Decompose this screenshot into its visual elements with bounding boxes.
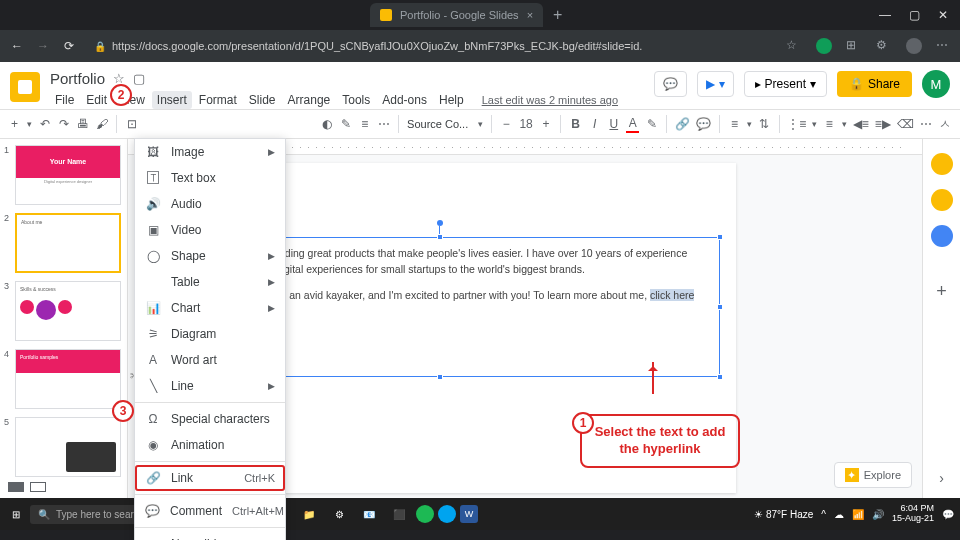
undo-button[interactable]: ↶ xyxy=(38,115,51,133)
menu-item-special-chars[interactable]: ΩSpecial characters xyxy=(135,406,285,432)
tray-cloud-icon[interactable]: ☁ xyxy=(834,509,844,520)
extension-icon-3[interactable]: ⚙ xyxy=(876,38,892,54)
slideshow-dropdown[interactable]: ▶ ▾ xyxy=(697,71,733,97)
calendar-icon[interactable] xyxy=(931,153,953,175)
clear-format-button[interactable]: ⌫ xyxy=(897,115,914,133)
menu-tools[interactable]: Tools xyxy=(337,91,375,109)
number-list-button[interactable]: ≡ xyxy=(823,115,836,133)
tray-chevron-icon[interactable]: ^ xyxy=(821,509,826,520)
menu-item-video[interactable]: ▣Video xyxy=(135,217,285,243)
menu-item-comment[interactable]: 💬CommentCtrl+Alt+M xyxy=(135,498,285,524)
taskbar-app-settings[interactable]: ⚙ xyxy=(326,501,352,527)
resize-handle[interactable] xyxy=(717,304,723,310)
new-tab-button[interactable]: + xyxy=(553,6,562,24)
menu-item-chart[interactable]: 📊Chart▶ xyxy=(135,295,285,321)
menu-item-diagram[interactable]: ⚞Diagram xyxy=(135,321,285,347)
font-select[interactable] xyxy=(407,118,472,130)
menu-item-shape[interactable]: ◯Shape▶ xyxy=(135,243,285,269)
bullet-list-button[interactable]: ⋮≡ xyxy=(788,115,806,133)
selected-text[interactable]: click here xyxy=(650,289,694,301)
slide-thumb-3[interactable]: Skills & success xyxy=(15,281,121,341)
indent-dec-button[interactable]: ◀≡ xyxy=(853,115,869,133)
explore-button[interactable]: ✦Explore xyxy=(834,462,912,488)
tray-wifi-icon[interactable]: 📶 xyxy=(852,509,864,520)
menu-slide[interactable]: Slide xyxy=(244,91,281,109)
menu-item-link[interactable]: 🔗LinkCtrl+K xyxy=(135,465,285,491)
line-spacing-button[interactable]: ⇅ xyxy=(758,115,771,133)
toolbar-collapse-button[interactable]: ㅅ xyxy=(939,115,952,133)
new-slide-button[interactable]: + xyxy=(8,115,21,133)
system-clock[interactable]: 6:04 PM15-Aug-21 xyxy=(892,504,934,524)
bookmark-icon[interactable]: ☆ xyxy=(786,38,802,54)
resize-handle[interactable] xyxy=(717,374,723,380)
weather-widget[interactable]: ☀ 87°F Haze xyxy=(754,509,813,520)
highlight-button[interactable]: ✎ xyxy=(645,115,658,133)
user-avatar[interactable]: M xyxy=(922,70,950,98)
forward-button[interactable]: → xyxy=(34,39,52,53)
resize-handle[interactable] xyxy=(437,234,443,240)
menu-help[interactable]: Help xyxy=(434,91,469,109)
taskbar-app-office[interactable]: ⬛ xyxy=(386,501,412,527)
print-button[interactable]: 🖶 xyxy=(76,115,89,133)
align-button[interactable]: ≡ xyxy=(728,115,741,133)
menu-item-wordart[interactable]: AWord art xyxy=(135,347,285,373)
move-icon[interactable]: ▢ xyxy=(133,71,145,86)
keep-icon[interactable] xyxy=(931,189,953,211)
slide-thumb-1[interactable]: Your NameDigital experience designer xyxy=(15,145,121,205)
comments-button[interactable]: 💬 xyxy=(654,71,687,97)
menu-addons[interactable]: Add-ons xyxy=(377,91,432,109)
menu-arrange[interactable]: Arrange xyxy=(283,91,336,109)
comment-button[interactable]: 💬 xyxy=(696,115,711,133)
rotate-handle[interactable] xyxy=(437,220,443,226)
collapse-panel-button[interactable]: › xyxy=(939,470,944,486)
menu-item-table[interactable]: Table▶ xyxy=(135,269,285,295)
tasks-icon[interactable] xyxy=(931,225,953,247)
more-button[interactable]: ⋯ xyxy=(920,115,933,133)
taskbar-app-explorer[interactable]: 📁 xyxy=(296,501,322,527)
indent-inc-button[interactable]: ≡▶ xyxy=(875,115,891,133)
menu-item-new-slide[interactable]: New slideCtrl+M xyxy=(135,531,285,540)
taskbar-app-2[interactable]: 📧 xyxy=(356,501,382,527)
filmstrip-view-button[interactable] xyxy=(30,482,46,492)
border-weight-button[interactable]: ≡ xyxy=(358,115,371,133)
start-button[interactable]: ⊞ xyxy=(6,504,26,524)
font-size-dec[interactable]: − xyxy=(500,115,513,133)
slide-thumb-5[interactable] xyxy=(15,417,121,477)
taskbar-app-3[interactable] xyxy=(438,505,456,523)
taskbar-app-word[interactable]: W xyxy=(460,505,478,523)
tray-volume-icon[interactable]: 🔊 xyxy=(872,509,884,520)
chrome-menu-icon[interactable]: ⋯ xyxy=(936,38,952,54)
add-panel-button[interactable]: + xyxy=(936,281,947,302)
profile-avatar[interactable] xyxy=(906,38,922,54)
close-tab-icon[interactable]: × xyxy=(527,9,533,21)
resize-handle[interactable] xyxy=(717,234,723,240)
zoom-fit-button[interactable]: ⊡ xyxy=(125,115,138,133)
present-button[interactable]: ▸ Present ▾ xyxy=(744,71,827,97)
menu-edit[interactable]: Edit xyxy=(81,91,112,109)
menu-item-animation[interactable]: ◉Animation xyxy=(135,432,285,458)
menu-insert[interactable]: Insert xyxy=(152,91,192,109)
browser-tab[interactable]: Portfolio - Google Slides × xyxy=(370,3,543,27)
paint-format-button[interactable]: 🖌 xyxy=(95,115,108,133)
maximize-button[interactable]: ▢ xyxy=(909,8,920,22)
underline-button[interactable]: U xyxy=(607,115,620,133)
resize-handle[interactable] xyxy=(437,374,443,380)
extension-icon-2[interactable]: ⊞ xyxy=(846,38,862,54)
menu-format[interactable]: Format xyxy=(194,91,242,109)
extension-icon-1[interactable] xyxy=(816,38,832,54)
menu-item-line[interactable]: ╲Line▶ xyxy=(135,373,285,399)
last-edit-link[interactable]: Last edit was 2 minutes ago xyxy=(477,92,623,108)
back-button[interactable]: ← xyxy=(8,39,26,53)
grid-view-button[interactable] xyxy=(8,482,24,492)
fill-color-button[interactable]: ◐ xyxy=(320,115,333,133)
close-window-button[interactable]: ✕ xyxy=(938,8,948,22)
text-color-button[interactable]: A xyxy=(626,115,639,133)
border-color-button[interactable]: ✎ xyxy=(339,115,352,133)
menu-item-textbox[interactable]: 🅃Text box xyxy=(135,165,285,191)
notifications-button[interactable]: 💬 xyxy=(942,509,954,520)
share-button[interactable]: 🔒 Share xyxy=(837,71,912,97)
menu-file[interactable]: File xyxy=(50,91,79,109)
reload-button[interactable]: ⟳ xyxy=(60,39,78,53)
document-title[interactable]: Portfolio xyxy=(50,70,105,87)
taskbar-app-spotify[interactable] xyxy=(416,505,434,523)
